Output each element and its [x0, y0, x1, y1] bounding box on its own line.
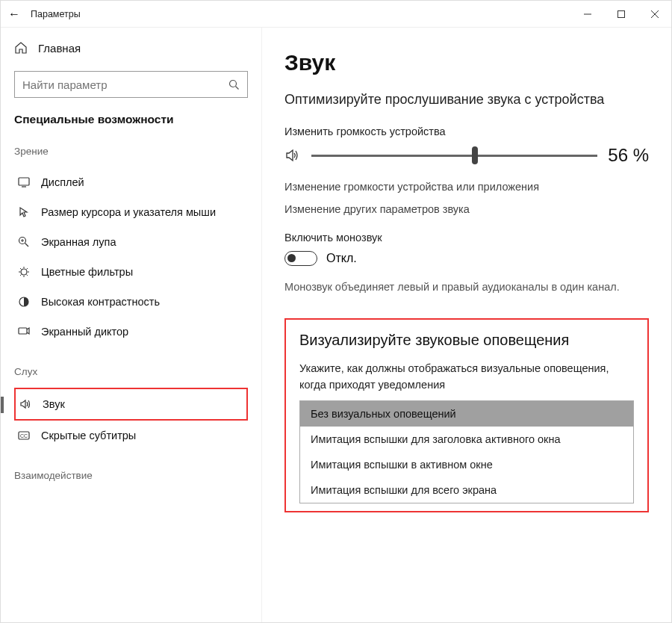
- svg-line-17: [20, 268, 22, 270]
- svg-point-12: [21, 269, 27, 275]
- sidebar-item-размер-курсора-и-указателя-мыши[interactable]: Размер курсора и указателя мыши: [14, 197, 248, 227]
- dropdown-option[interactable]: Имитация вспышки для всего экрана: [300, 477, 633, 503]
- sidebar-item-экранная-лупа[interactable]: Экранная лупа: [14, 227, 248, 257]
- sidebar-item-label: Цветные фильтры: [41, 266, 133, 278]
- contrast-icon: [17, 295, 31, 309]
- mono-description: Монозвук объединяет левый и правый аудио…: [284, 279, 649, 296]
- visual-alerts-desc: Укажите, как должны отображаться визуаль…: [299, 361, 634, 394]
- sidebar-item-label: Экранная лупа: [41, 236, 116, 248]
- sidebar-item-label: Экранный диктор: [41, 326, 128, 338]
- sidebar-item-цветные-фильтры[interactable]: Цветные фильтры: [14, 257, 248, 287]
- group-heading: Слух: [14, 366, 248, 377]
- cc-icon: CC: [17, 429, 31, 442]
- volume-value: 56 %: [608, 145, 649, 166]
- search-box[interactable]: [14, 71, 248, 98]
- close-button[interactable]: [638, 1, 671, 28]
- group-heading: Взаимодействие: [14, 470, 248, 481]
- page-subtitle: Оптимизируйте прослушивание звука с устр…: [284, 90, 649, 109]
- group-heading: Зрение: [14, 146, 248, 157]
- volume-slider[interactable]: [311, 147, 597, 164]
- other-sound-link[interactable]: Изменение других параметров звука: [284, 203, 649, 215]
- sidebar-item-label: Высокая контрастность: [41, 296, 160, 308]
- sidebar-item-label: Скрытые субтитры: [41, 430, 136, 441]
- titlebar: ← Параметры: [1, 1, 671, 28]
- home-icon: [14, 41, 28, 55]
- narrator-icon: [17, 325, 31, 338]
- svg-line-19: [20, 275, 22, 276]
- mono-label: Включить монозвук: [284, 232, 649, 244]
- search-icon: [228, 79, 240, 90]
- search-input[interactable]: [22, 78, 228, 91]
- sidebar-item-label: Дисплей: [41, 176, 84, 188]
- minimize-button[interactable]: [570, 1, 604, 28]
- dropdown-option[interactable]: Имитация вспышки в активном окне: [300, 452, 633, 477]
- svg-rect-1: [617, 10, 624, 17]
- sidebar-item-экранный-диктор[interactable]: Экранный диктор: [14, 317, 248, 347]
- cursor-icon: [17, 205, 31, 219]
- svg-line-5: [236, 86, 239, 89]
- page-title: Звук: [284, 50, 649, 75]
- sidebar-item-звук[interactable]: Звук: [14, 388, 248, 421]
- volume-row: 56 %: [284, 145, 649, 166]
- visual-alerts-dropdown[interactable]: Без визуальных оповещенийИмитация вспышк…: [299, 400, 634, 503]
- sidebar-item-label: Звук: [43, 398, 65, 410]
- color-filter-icon: [17, 265, 31, 279]
- svg-point-4: [230, 80, 237, 87]
- magnifier-icon: [17, 235, 31, 249]
- window-controls: [570, 1, 671, 28]
- svg-line-20: [27, 268, 28, 270]
- svg-line-9: [25, 244, 29, 247]
- sidebar-item-label: Размер курсора и указателя мыши: [41, 206, 216, 218]
- app-volume-link[interactable]: Изменение громкости устройства или прило…: [284, 181, 649, 193]
- home-link[interactable]: Главная: [14, 41, 248, 55]
- svg-rect-22: [19, 328, 27, 334]
- sound-icon: [19, 397, 32, 411]
- mono-toggle[interactable]: [284, 251, 317, 266]
- display-icon: [17, 176, 31, 189]
- svg-line-18: [27, 275, 28, 276]
- sidebar-item-высокая-контрастность[interactable]: Высокая контрастность: [14, 287, 248, 317]
- visual-alerts-title: Визуализируйте звуковые оповещения: [299, 332, 634, 349]
- svg-rect-6: [19, 178, 29, 185]
- window-title: Параметры: [31, 9, 570, 19]
- maximize-button[interactable]: [604, 1, 638, 28]
- home-label: Главная: [38, 42, 81, 55]
- dropdown-option[interactable]: Без визуальных оповещений: [300, 401, 633, 427]
- sidebar: Главная Специальные возможности ЗрениеДи…: [1, 28, 262, 622]
- visual-alerts-section: Визуализируйте звуковые оповещения Укажи…: [284, 318, 649, 513]
- mono-state: Откл.: [326, 252, 357, 265]
- accent-bar: [1, 397, 4, 413]
- speaker-icon: [284, 147, 301, 164]
- sidebar-item-дисплей[interactable]: Дисплей: [14, 167, 248, 197]
- svg-text:CC: CC: [20, 433, 28, 438]
- back-button[interactable]: ←: [8, 7, 31, 21]
- volume-label: Изменить громкость устройства: [284, 125, 649, 137]
- dropdown-option[interactable]: Имитация вспышки для заголовка активного…: [300, 427, 633, 452]
- sidebar-item-скрытые-субтитры[interactable]: CCСкрытые субтитры: [14, 421, 248, 450]
- main-content: Звук Оптимизируйте прослушивание звука с…: [262, 28, 671, 622]
- section-heading: Специальные возможности: [14, 113, 248, 126]
